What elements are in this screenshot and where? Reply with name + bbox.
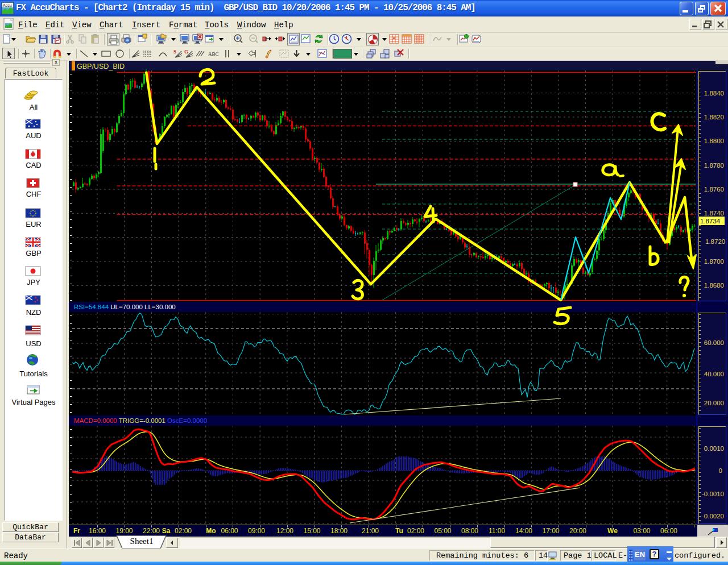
svg-text:18:00: 18:00 [330,527,348,535]
svg-text:1.8820: 1.8820 [704,114,724,121]
svg-text:17:00: 17:00 [542,527,559,535]
svg-text:Mo: Mo [206,527,216,535]
svg-text:11:00: 11:00 [489,527,505,535]
svg-text:1.8780: 1.8780 [704,162,724,169]
svg-text:1.8740: 1.8740 [704,210,724,217]
svg-text:1.8680: 1.8680 [704,282,724,289]
svg-text:20:00: 20:00 [569,527,586,535]
svg-text:1.8840: 1.8840 [704,90,724,97]
svg-text:-0.0020: -0.0020 [702,513,724,520]
svg-text:20.000: 20.000 [704,400,724,406]
svg-text:1.8720: 1.8720 [705,238,725,245]
svg-text:21:00: 21:00 [362,527,379,535]
svg-text:05:00: 05:00 [434,527,451,535]
svg-text:06:00: 06:00 [221,527,238,535]
svg-text:03:00: 03:00 [633,527,650,535]
svg-text:19:00: 19:00 [115,527,133,535]
svg-text:02:00: 02:00 [407,527,424,535]
svg-text:15:00: 15:00 [303,527,320,535]
svg-text:We: We [607,527,618,535]
svg-text:22:00: 22:00 [143,527,160,535]
svg-text:09:00: 09:00 [248,527,265,535]
svg-text:1.8800: 1.8800 [704,138,724,144]
svg-text:08:00: 08:00 [461,527,478,535]
svg-text:MACD=0.0000 TRIGG=-0.0001 OscE: MACD=0.0000 TRIGG=-0.0001 OscE=0.0000 [74,417,207,424]
svg-text:1.8734: 1.8734 [700,218,721,225]
svg-text:0: 0 [719,467,722,474]
svg-text:Tu: Tu [395,527,403,535]
svg-text:16:00: 16:00 [89,527,106,535]
svg-text:1.8700: 1.8700 [704,258,724,265]
svg-text:06:00: 06:00 [660,527,677,535]
svg-text:GBP/USD_BID: GBP/USD_BID [77,63,125,70]
svg-text:0.0010: 0.0010 [704,445,724,452]
svg-text:02:00: 02:00 [175,527,192,535]
svg-text:60.000: 60.000 [704,339,724,346]
svg-text:Fr: Fr [73,527,80,535]
svg-text:1.8760: 1.8760 [704,186,724,193]
svg-text:Sa: Sa [162,527,171,535]
svg-text:-0.0010: -0.0010 [702,491,724,497]
svg-text:14:00: 14:00 [515,527,532,535]
svg-text:12:00: 12:00 [276,527,293,535]
svg-text:RSI=54.844 UL=70.000 LL=30.000: RSI=54.844 UL=70.000 LL=30.000 [74,304,176,310]
svg-text:40.000: 40.000 [704,371,724,377]
